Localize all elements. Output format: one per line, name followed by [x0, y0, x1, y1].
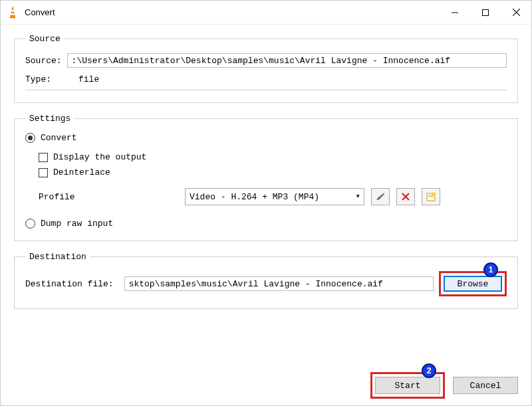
annotation-browse: 1 Browse	[439, 271, 507, 296]
profile-tool-button[interactable]	[371, 188, 390, 205]
deinterlace-label: Deinterlace	[53, 167, 110, 177]
profile-select[interactable]: Video - H.264 + MP3 (MP4) ▼	[185, 188, 364, 205]
type-label: Type:	[25, 74, 61, 84]
settings-legend: Settings	[25, 114, 74, 124]
dump-raw-label: Dump raw input	[41, 219, 113, 229]
svg-rect-0	[11, 10, 15, 12]
minimize-button[interactable]	[440, 1, 470, 25]
destination-file-label: Destination file:	[25, 279, 114, 289]
svg-rect-1	[10, 13, 15, 15]
titlebar: Convert	[1, 1, 531, 25]
start-button[interactable]: Start	[375, 377, 440, 394]
profile-value: Video - H.264 + MP3 (MP4)	[190, 192, 319, 202]
close-button[interactable]	[501, 1, 531, 25]
type-value: file	[78, 74, 99, 84]
convert-dialog: Convert Source Source: Type: file	[0, 0, 532, 406]
source-label: Source:	[25, 56, 62, 66]
profile-delete-button[interactable]	[396, 188, 415, 205]
settings-group: Settings Convert Display the output Dein…	[14, 114, 518, 241]
dialog-buttons: 2 Start Cancel	[1, 371, 531, 405]
browse-button[interactable]: Browse	[444, 276, 502, 292]
display-output-label: Display the output	[53, 152, 146, 162]
annotation-badge-1: 1	[483, 262, 498, 277]
annotation-badge-2: 2	[422, 363, 436, 378]
svg-point-11	[432, 193, 436, 196]
window-title: Convert	[25, 7, 55, 17]
maximize-button[interactable]	[470, 1, 501, 25]
vlc-icon	[6, 6, 19, 19]
destination-legend: Destination	[25, 252, 90, 262]
display-output-checkbox[interactable]	[39, 153, 48, 162]
convert-label: Convert	[41, 133, 77, 143]
source-input[interactable]	[67, 53, 507, 68]
annotation-start: 2 Start	[370, 372, 445, 399]
source-group: Source Source: Type: file	[14, 34, 518, 103]
profile-new-button[interactable]	[422, 188, 440, 205]
convert-radio[interactable]	[25, 133, 35, 143]
window-controls	[440, 1, 531, 25]
dump-raw-radio[interactable]	[25, 219, 35, 229]
source-legend: Source	[25, 34, 65, 44]
deinterlace-checkbox[interactable]	[39, 168, 48, 177]
chevron-down-icon: ▼	[356, 193, 360, 200]
profile-label: Profile	[39, 192, 178, 202]
destination-group: Destination Destination file: 1 Browse	[14, 252, 518, 309]
svg-rect-3	[483, 9, 489, 15]
cancel-button[interactable]: Cancel	[453, 377, 518, 394]
destination-file-input[interactable]	[124, 276, 434, 291]
